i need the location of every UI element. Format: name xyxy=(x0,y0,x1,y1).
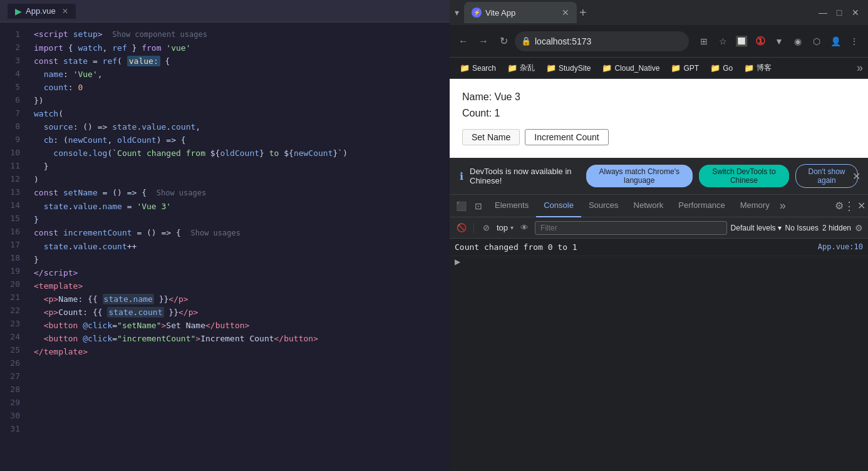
context-label: top xyxy=(497,223,508,232)
app-vue-tab[interactable]: ▶ App.vue ✕ xyxy=(8,4,76,19)
back-button[interactable]: ← xyxy=(455,33,472,50)
url-text: localhost:5173 xyxy=(535,36,683,46)
devtools-elements-icon[interactable]: ⬛ xyxy=(452,197,470,215)
extension-icon-5[interactable]: ⬡ xyxy=(808,33,825,50)
code-line[interactable]: <p>Count: {{ state.count }}</p> xyxy=(34,306,442,319)
translate-icon[interactable]: ⊞ xyxy=(695,33,713,50)
new-tab-button[interactable]: + xyxy=(579,6,587,20)
devtools-console-icon[interactable]: ⊡ xyxy=(470,197,487,215)
extension-icon-2[interactable]: ① xyxy=(752,33,769,50)
bookmark-gpt[interactable]: 📁 GPT xyxy=(666,61,704,75)
no-issues-button[interactable]: No Issues xyxy=(785,224,819,232)
console-filter-input[interactable] xyxy=(535,221,726,235)
devtools-tab-memory[interactable]: Memory xyxy=(733,195,777,217)
chrome-tab-close-icon[interactable]: ✕ xyxy=(562,8,569,18)
code-line[interactable]: state.value.count++ xyxy=(34,240,442,253)
editor-tab-bar: ▶ App.vue ✕ xyxy=(0,0,450,23)
code-line[interactable]: <p>Name: {{ state.name }}</p> xyxy=(34,292,442,306)
console-log-entry: Count changed from 0 to 1 App.vue:10 xyxy=(450,241,868,256)
extension-icon-4[interactable]: ◉ xyxy=(789,33,807,50)
code-line[interactable]: cb: (newCount, oldCount) => { xyxy=(34,133,442,147)
bookmark-cloudnative[interactable]: 📁 Cloud_Native xyxy=(597,61,664,75)
devtools-close-icon[interactable]: ✕ xyxy=(857,200,865,212)
code-line[interactable]: </template> xyxy=(34,345,442,358)
more-bookmarks-button[interactable]: » xyxy=(857,61,863,75)
code-line[interactable]: } xyxy=(34,253,442,266)
set-name-button[interactable]: Set Name xyxy=(462,129,520,145)
tab-filename: App.vue xyxy=(26,6,56,16)
code-content[interactable]: <script setup> Show component usagesimpo… xyxy=(26,23,450,471)
editor-body: 1234567891011121314151617181920212223242… xyxy=(0,23,450,471)
code-line[interactable]: <script setup> Show component usages xyxy=(34,28,442,41)
console-settings-icon[interactable]: ⚙ xyxy=(855,223,863,233)
line-number: 21 xyxy=(0,291,20,304)
bookmark-icon[interactable]: ☆ xyxy=(714,33,731,50)
line-number: 3 xyxy=(0,54,20,67)
code-line[interactable]: <button @click="setName">Set Name</butto… xyxy=(34,319,442,332)
devtools-tab-network[interactable]: Network xyxy=(626,195,671,217)
code-line[interactable]: state.value.name = 'Vue 3' xyxy=(34,200,442,213)
code-line[interactable]: name: 'Vue', xyxy=(34,68,442,81)
profile-icon[interactable]: 👤 xyxy=(827,33,844,50)
bookmark-blog[interactable]: 📁 博客 xyxy=(739,60,777,76)
close-button[interactable]: ✕ xyxy=(850,8,860,18)
bookmark-cloudnative-label: Cloud_Native xyxy=(614,64,659,73)
code-line[interactable]: } xyxy=(34,160,442,173)
bookmark-studysite[interactable]: 📁 StudySite xyxy=(541,61,596,75)
chrome-tab-vite[interactable]: ⚡ Vite App ✕ xyxy=(464,2,577,23)
code-line[interactable]: <button @click="incrementCount">Incremen… xyxy=(34,332,442,345)
url-bar[interactable]: 🔒 localhost:5173 xyxy=(515,31,689,51)
code-line[interactable]: const setName = () => { Show usages xyxy=(34,186,442,200)
code-line[interactable]: console.log(`Count changed from ${oldCou… xyxy=(34,147,442,160)
increment-count-button[interactable]: Increment Count xyxy=(525,129,609,145)
bookmark-zaoluan[interactable]: 📁 杂乱 xyxy=(502,60,540,76)
console-eye-icon[interactable]: 👁 xyxy=(517,221,531,235)
reload-button[interactable]: ↻ xyxy=(495,33,512,50)
bookmark-folder-icon-6: 📁 xyxy=(710,63,720,73)
maximize-button[interactable]: □ xyxy=(834,8,844,18)
code-line[interactable]: const incrementCount = () => { Show usag… xyxy=(34,226,442,240)
notification-close-icon[interactable]: ✕ xyxy=(852,170,860,182)
code-line[interactable]: ) xyxy=(34,173,442,186)
line-numbers: 1234567891011121314151617181920212223242… xyxy=(0,23,26,471)
code-line[interactable]: <template> xyxy=(34,279,442,292)
code-line[interactable]: const state = ref( value: { xyxy=(34,54,442,68)
code-line[interactable]: watch( xyxy=(34,107,442,120)
always-match-language-button[interactable]: Always match Chrome's language xyxy=(586,165,693,187)
console-clear-icon[interactable]: 🚫 xyxy=(455,221,468,235)
bookmark-search[interactable]: 📁 Search xyxy=(455,61,501,75)
bookmark-go-label: Go xyxy=(723,64,733,73)
code-line[interactable]: import { watch, ref } from 'vue' xyxy=(34,41,442,54)
code-line[interactable]: count: 0 xyxy=(34,81,442,94)
log-level-text: Default levels xyxy=(731,224,776,232)
devtools-settings-icon[interactable]: ⚙ xyxy=(835,200,844,212)
code-line[interactable]: }) xyxy=(34,94,442,107)
tab-dropdown-icon[interactable]: ▾ xyxy=(455,8,459,18)
tab-close-icon[interactable]: ✕ xyxy=(62,7,68,16)
console-filter-icon[interactable]: ⊘ xyxy=(479,221,493,235)
extension-icon-3[interactable]: ▼ xyxy=(770,33,788,50)
chrome-menu-icon[interactable]: ⋮ xyxy=(845,33,863,50)
devtools-tab-sources[interactable]: Sources xyxy=(581,195,626,217)
forward-button[interactable]: → xyxy=(475,33,492,50)
switch-devtools-language-button[interactable]: Switch DevTools to Chinese xyxy=(699,165,789,187)
extension-icon-1[interactable]: 🔲 xyxy=(733,33,750,50)
code-line[interactable]: } xyxy=(34,213,442,226)
chrome-tab-title: Vite App xyxy=(485,8,515,18)
devtools-tab-console[interactable]: Console xyxy=(536,195,581,217)
console-expand-arrow[interactable]: ▶ xyxy=(450,256,868,267)
code-line[interactable]: </script> xyxy=(34,266,442,279)
bookmark-go[interactable]: 📁 Go xyxy=(705,61,738,75)
code-line[interactable]: source: () => state.value.count, xyxy=(34,120,442,133)
devtools-tab-elements[interactable]: Elements xyxy=(487,195,536,217)
log-level-dropdown[interactable]: Default levels ▾ xyxy=(731,224,782,232)
context-selector[interactable]: top ▾ xyxy=(497,223,514,232)
browser-panel: ▾ ⚡ Vite App ✕ + — □ ✕ ← → ↻ 🔒 localhost… xyxy=(450,0,868,471)
dont-show-again-button[interactable]: Don't show again xyxy=(795,164,858,188)
console-source-link[interactable]: App.vue:10 xyxy=(818,242,863,251)
devtools-tab-performance[interactable]: Performance xyxy=(671,195,732,217)
minimize-button[interactable]: — xyxy=(818,8,828,18)
devtools-menu-icon[interactable]: ⋮ xyxy=(844,199,855,213)
devtools-more-tabs-icon[interactable]: » xyxy=(780,199,786,212)
line-number: 2 xyxy=(0,41,20,54)
